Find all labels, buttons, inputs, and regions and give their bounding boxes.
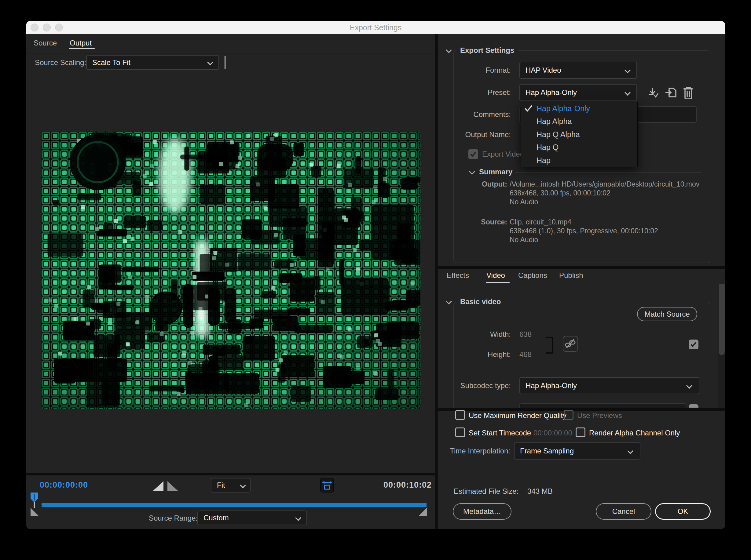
window-title: Export Settings	[26, 21, 725, 34]
chevron-down-icon	[295, 515, 301, 521]
width-label: Width:	[444, 330, 511, 339]
section-divider-2	[438, 408, 725, 411]
preview-tab-bar: Source Output	[26, 34, 435, 54]
scrollbar-thumb[interactable]	[719, 284, 725, 355]
preset-option-hap[interactable]: Hap	[521, 154, 637, 167]
preview-panel: Source Output Source Scaling: Scale To F…	[26, 34, 435, 529]
preview-zoom-dropdown[interactable]: Fit	[211, 478, 251, 493]
crop-resize-icon	[321, 478, 333, 492]
summary-source-line3: No Audio	[509, 236, 538, 244]
set-out-point-icon[interactable]	[168, 481, 178, 491]
export-settings-window: Export Settings Source Output Source Sca…	[26, 21, 725, 529]
set-in-point-icon[interactable]	[153, 481, 163, 491]
set-start-timecode-checkbox[interactable]	[455, 427, 465, 437]
duration-timecode: 00:00:10:02	[383, 480, 426, 490]
save-preset-icon[interactable]	[647, 86, 659, 99]
settings-tab-bar: Effects Video Captions Publish	[438, 269, 725, 284]
format-label: Format:	[444, 66, 511, 75]
chevron-down-icon	[207, 59, 213, 65]
clipped-checkbox	[689, 404, 698, 408]
tab-publish[interactable]: Publish	[559, 271, 583, 280]
export-settings-header[interactable]: Export Settings	[456, 46, 519, 55]
delete-preset-icon[interactable]	[682, 86, 694, 99]
time-interpolation-dropdown[interactable]: Frame Sampling	[514, 442, 640, 460]
estimated-file-size-label: Estimated File Size:	[454, 487, 519, 496]
source-range-dropdown[interactable]: Custom	[197, 511, 307, 525]
source-scaling-label: Source Scaling:	[35, 58, 86, 67]
tab-source[interactable]: Source	[34, 34, 57, 52]
start-timecode-value[interactable]: 00:00:00:00	[534, 429, 572, 437]
text-cursor	[225, 56, 226, 69]
preset-menu: Hap Alpha-Only Hap Alpha Hap Q Alpha Hap…	[521, 102, 638, 167]
ok-button[interactable]: OK	[655, 503, 711, 520]
tab-video-underline	[486, 282, 509, 283]
use-max-render-quality-checkbox[interactable]	[455, 410, 465, 420]
summary-output-label: Output:	[440, 180, 507, 188]
constrain-proportions-checkbox[interactable]	[689, 340, 698, 349]
preset-dropdown[interactable]: Hap Alpha-Only	[519, 84, 637, 101]
transport-divider	[26, 473, 435, 475]
tab-output-underline	[69, 48, 95, 49]
check-icon	[470, 151, 477, 157]
estimated-file-size-value: 343 MB	[527, 487, 553, 496]
export-video-checkbox[interactable]	[468, 149, 478, 159]
chevron-down-icon	[686, 383, 692, 389]
range-end-handle[interactable]	[418, 508, 427, 516]
chevron-down-icon	[624, 89, 631, 96]
summary-header[interactable]: Summary	[479, 168, 513, 176]
height-value[interactable]: 468	[519, 350, 532, 359]
preset-option-hap-q-alpha[interactable]: Hap Q Alpha	[521, 128, 637, 141]
collapse-export-settings-icon[interactable]	[446, 47, 452, 53]
playhead[interactable]	[31, 493, 38, 508]
match-source-button[interactable]: Match Source	[637, 307, 697, 321]
collapse-basic-video-icon[interactable]	[446, 298, 452, 304]
import-preset-icon[interactable]	[665, 86, 677, 99]
preset-option-hap-alpha[interactable]: Hap Alpha	[521, 115, 637, 128]
video-preview	[41, 132, 420, 409]
chevron-down-icon	[240, 482, 246, 488]
tab-captions[interactable]: Captions	[518, 271, 547, 280]
summary-rule	[515, 172, 701, 173]
circuit-board-frame	[41, 132, 420, 409]
summary-source-line1: Clip, circuit_10.mp4	[509, 218, 571, 226]
summary-output-line1: /Volume...intosh HD/Users/gianpablo/Desk…	[509, 180, 699, 188]
preset-option-hap-alpha-only[interactable]: Hap Alpha-Only	[521, 102, 637, 115]
crop-output-button[interactable]	[320, 478, 334, 493]
summary-output-line2: 638x468, 30.00 fps, 00:00:10:02	[509, 189, 611, 197]
format-dropdown[interactable]: HAP Video	[519, 62, 637, 79]
range-start-handle[interactable]	[31, 508, 40, 516]
width-value[interactable]: 638	[519, 330, 532, 339]
current-timecode[interactable]: 00:00:00:00	[40, 480, 88, 490]
basic-video-header[interactable]: Basic video	[456, 297, 505, 306]
metadata-button[interactable]: Metadata…	[453, 503, 512, 520]
check-icon	[690, 341, 697, 347]
tab-video[interactable]: Video	[486, 271, 505, 280]
dimension-bracket	[546, 337, 553, 354]
use-previews-checkbox[interactable]	[564, 410, 574, 420]
tab-output[interactable]: Output	[70, 34, 92, 52]
tab-effects[interactable]: Effects	[447, 271, 469, 280]
chevron-down-icon	[627, 448, 633, 454]
link-dimensions-button[interactable]	[563, 336, 578, 352]
clipped-control	[519, 403, 686, 408]
timeline-bar[interactable]	[41, 503, 426, 507]
summary-source-label: Source:	[440, 218, 507, 226]
source-range-label: Source Range:	[131, 514, 198, 522]
preset-option-hap-q[interactable]: Hap Q	[521, 141, 637, 154]
format-value: HAP Video	[525, 62, 561, 78]
time-interpolation-value: Frame Sampling	[520, 443, 574, 459]
export-video-label: Export Video	[482, 150, 524, 158]
render-alpha-only-checkbox[interactable]	[576, 427, 585, 437]
comments-label: Comments:	[444, 110, 511, 119]
check-icon	[524, 105, 533, 112]
subcodec-dropdown[interactable]: Hap Alpha-Only	[519, 377, 699, 394]
chevron-down-icon	[624, 67, 631, 73]
desktop: Export Settings Source Output Source Sca…	[0, 0, 751, 560]
source-scaling-dropdown[interactable]: Scale To Fit	[86, 55, 219, 70]
cancel-button[interactable]: Cancel	[596, 503, 651, 520]
section-divider	[438, 266, 725, 269]
use-previews-label: Use Previews	[577, 411, 622, 420]
subcodec-value: Hap Alpha-Only	[525, 378, 577, 394]
source-scaling-value: Scale To Fit	[92, 56, 131, 69]
preview-zoom-value: Fit	[217, 478, 225, 492]
